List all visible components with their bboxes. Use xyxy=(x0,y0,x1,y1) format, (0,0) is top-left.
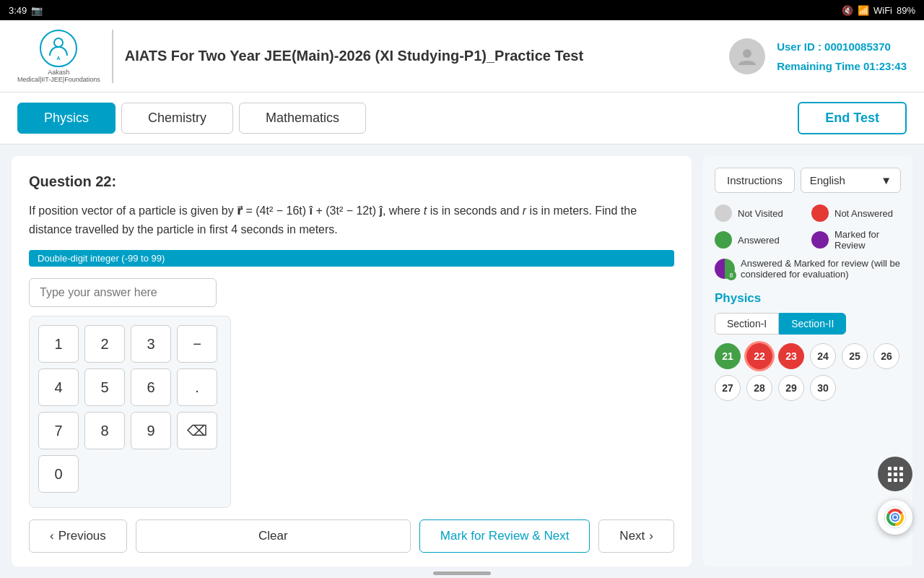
question-panel: Question 22: If position vector of a par… xyxy=(12,156,692,566)
main: Question 22: If position vector of a par… xyxy=(0,144,924,578)
q-num-27[interactable]: 27 xyxy=(715,375,741,401)
chevron-down-icon: ▼ xyxy=(881,174,892,186)
legend-dot-marked xyxy=(811,231,829,249)
keypad-row-2: 4 5 6 . xyxy=(38,368,222,406)
legend: Not Visited Not Answered Answered Marked… xyxy=(715,204,901,280)
previous-button[interactable]: ‹ Previous xyxy=(29,519,127,553)
remaining-time-value: 01:23:43 xyxy=(863,60,907,72)
key-1[interactable]: 1 xyxy=(38,325,79,363)
avatar xyxy=(729,38,765,74)
key-9[interactable]: 9 xyxy=(131,412,171,449)
section-tab-1[interactable]: Section-I xyxy=(715,313,779,335)
legend-not-answered: Not Answered xyxy=(811,204,901,222)
svg-point-6 xyxy=(894,516,897,519)
legend-answered-label: Answered xyxy=(738,235,780,246)
key-5[interactable]: 5 xyxy=(84,368,125,406)
legend-dot-answered xyxy=(715,231,732,249)
key-6[interactable]: 6 xyxy=(131,368,171,406)
right-panel: Instructions English ▼ Not Visited Not A… xyxy=(703,156,912,566)
q-num-23[interactable]: 23 xyxy=(778,343,804,369)
grid-dots-icon xyxy=(888,467,902,482)
user-info: User ID : 00010085370 Remaining Time 01:… xyxy=(777,37,907,76)
status-bar-left: 3:49 📷 xyxy=(9,5,43,16)
q-num-22[interactable]: 22 xyxy=(746,343,772,369)
legend-not-answered-label: Not Answered xyxy=(834,208,893,219)
q-num-28[interactable]: 28 xyxy=(746,375,772,401)
q-num-29[interactable]: 29 xyxy=(778,375,804,401)
question-text: If position vector of a particle is give… xyxy=(29,202,674,238)
user-id-label: User ID xyxy=(777,40,815,53)
q-num-25[interactable]: 25 xyxy=(842,343,868,369)
q-num-26[interactable]: 26 xyxy=(873,343,899,369)
svg-point-0 xyxy=(54,38,63,47)
next-button[interactable]: Next › xyxy=(598,519,674,553)
key-2[interactable]: 2 xyxy=(84,325,125,363)
key-backspace[interactable]: ⌫ xyxy=(177,412,217,449)
status-icon: 📷 xyxy=(31,5,43,16)
q-num-24[interactable]: 24 xyxy=(810,343,836,369)
key-8[interactable]: 8 xyxy=(84,412,125,449)
legend-dot-not-answered xyxy=(811,204,829,222)
legend-not-visited-label: Not Visited xyxy=(738,208,783,219)
legend-answered-marked: 8 Answered & Marked for review (will be … xyxy=(715,258,901,280)
status-bar-right: 🔇 📶 WiFi 89% xyxy=(842,5,915,16)
answer-input[interactable] xyxy=(29,278,217,307)
question-badge: Double-digit integer (-99 to 99) xyxy=(29,250,674,267)
header: A AakashMedical|IIT-JEE|Foundations AIAT… xyxy=(0,20,924,92)
keypad-row-1: 1 2 3 − xyxy=(38,325,222,363)
keypad-row-3: 7 8 9 ⌫ xyxy=(38,412,222,449)
language-selector[interactable]: English ▼ xyxy=(801,168,901,193)
language-label: English xyxy=(810,174,845,186)
signal-icon: 📶 xyxy=(858,5,869,16)
keypad-row-4: 0 xyxy=(38,455,222,493)
instructions-button[interactable]: Instructions xyxy=(715,168,795,193)
chrome-icon-button[interactable] xyxy=(878,500,912,535)
legend-answered-marked-label: Answered & Marked for review (will be co… xyxy=(741,258,901,280)
header-right: User ID : 00010085370 Remaining Time 01:… xyxy=(729,37,907,76)
section-title: Physics xyxy=(715,291,901,306)
tab-physics[interactable]: Physics xyxy=(17,103,116,134)
clear-button[interactable]: Clear xyxy=(136,519,411,553)
status-bar: 3:49 📷 🔇 📶 WiFi 89% xyxy=(0,0,924,20)
previous-label: Previous xyxy=(58,529,106,543)
key-3[interactable]: 3 xyxy=(131,325,171,363)
legend-answered: Answered xyxy=(715,229,804,251)
logo-container: A AakashMedical|IIT-JEE|Foundations xyxy=(17,30,113,83)
section-tabs: Section-I Section-II xyxy=(715,313,901,335)
end-test-button[interactable]: End Test xyxy=(798,102,907,134)
header-left: A AakashMedical|IIT-JEE|Foundations AIAT… xyxy=(17,30,583,83)
keypad: 1 2 3 − 4 5 6 . 7 8 9 ⌫ 0 xyxy=(29,316,231,508)
legend-dot-answered-marked: 8 xyxy=(715,259,735,279)
mark-review-button[interactable]: Mark for Review & Next xyxy=(419,519,590,553)
scroll-indicator xyxy=(433,571,491,575)
lang-bar: Instructions English ▼ xyxy=(715,168,901,193)
key-minus[interactable]: − xyxy=(177,325,217,363)
next-label: Next xyxy=(619,529,645,543)
tabs-bar: Physics Chemistry Mathematics End Test xyxy=(0,92,924,144)
tab-chemistry[interactable]: Chemistry xyxy=(121,103,233,134)
remaining-time-label: Remaining Time xyxy=(777,60,860,72)
svg-point-2 xyxy=(743,49,751,58)
svg-text:A: A xyxy=(57,56,61,61)
legend-dot-not-visited xyxy=(715,204,732,222)
legend-marked: Marked for Review xyxy=(811,229,901,251)
legend-marked-label: Marked for Review xyxy=(834,229,901,251)
grid-icon-button[interactable] xyxy=(878,457,912,491)
legend-not-visited: Not Visited xyxy=(715,204,804,222)
key-0[interactable]: 0 xyxy=(38,455,79,493)
key-7[interactable]: 7 xyxy=(38,412,79,449)
wifi-icon: WiFi xyxy=(873,5,892,16)
section-tab-2[interactable]: Section-II xyxy=(779,313,846,335)
prev-arrow-icon: ‹ xyxy=(50,529,54,543)
logo-icon: A xyxy=(40,30,77,67)
question-number: Question 22: xyxy=(29,173,674,190)
mute-icon: 🔇 xyxy=(842,5,853,16)
question-grid: 21 22 23 24 25 26 27 28 29 30 xyxy=(715,343,901,401)
tab-mathematics[interactable]: Mathematics xyxy=(239,103,366,134)
footer-buttons: ‹ Previous Clear Mark for Review & Next … xyxy=(29,508,674,553)
q-num-21[interactable]: 21 xyxy=(715,343,741,369)
key-dot[interactable]: . xyxy=(177,368,217,406)
q-num-30[interactable]: 30 xyxy=(810,375,836,401)
key-4[interactable]: 4 xyxy=(38,368,79,406)
user-id-value: : 00010085370 xyxy=(818,40,891,53)
